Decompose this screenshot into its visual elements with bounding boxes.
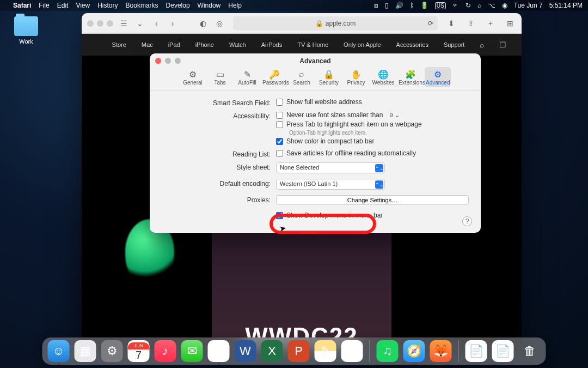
nav-tvhome[interactable]: TV & Home: [297, 41, 328, 48]
sync-icon[interactable]: ↻: [465, 2, 471, 9]
dock-slack[interactable]: #: [341, 340, 363, 362]
spotlight-icon[interactable]: ⌕: [477, 2, 481, 9]
dock-launchpad[interactable]: ▦: [75, 340, 96, 362]
tab-autofill[interactable]: ✎AutoFill: [234, 67, 260, 87]
press-tab-checkbox[interactable]: Press Tab to highlight each item on a we…: [276, 120, 469, 128]
proxies-label: Proxies:: [162, 195, 276, 204]
globe-icon: 🌐: [371, 69, 395, 80]
new-tab-icon[interactable]: ＋: [485, 17, 497, 29]
help-button[interactable]: ?: [462, 216, 472, 226]
battery-icon[interactable]: 🔋: [420, 2, 428, 9]
minimize-icon[interactable]: [165, 58, 171, 64]
dock: ☺ ▦ ⚙ JUN7 ♪ ✉ ◉ W X P ✎ # ♫ 🧭 🦊 📄 📄 🗑: [42, 337, 546, 365]
tab-privacy[interactable]: ✋Privacy: [343, 67, 369, 87]
nav-airpods[interactable]: AirPods: [261, 41, 283, 48]
phone-icon[interactable]: ▯: [385, 2, 389, 9]
menu-develop[interactable]: Develop: [166, 2, 190, 9]
input-source[interactable]: US: [435, 2, 446, 9]
dock-calendar[interactable]: JUN7: [128, 340, 150, 362]
safari-traffic-lights[interactable]: [87, 20, 113, 27]
dock-word[interactable]: W: [235, 340, 256, 362]
dock-safari[interactable]: 🧭: [403, 340, 425, 362]
gear-icon: ⚙: [181, 69, 205, 80]
bag-icon[interactable]: ☐: [499, 40, 506, 49]
back-button[interactable]: ‹: [150, 17, 162, 29]
forward-button[interactable]: ›: [167, 17, 179, 29]
dock-notes[interactable]: ✎: [315, 340, 336, 362]
dock-messages[interactable]: ✉: [181, 340, 203, 362]
dock-document-2[interactable]: 📄: [492, 340, 514, 362]
menu-view[interactable]: View: [76, 2, 90, 9]
menu-bookmarks[interactable]: Bookmarks: [126, 2, 158, 9]
dropbox-icon[interactable]: ⧈: [374, 2, 378, 9]
tab-passwords[interactable]: 🔑Passwords: [261, 67, 287, 87]
tab-search[interactable]: ⌕Search: [289, 67, 315, 87]
show-full-address-checkbox[interactable]: Show full website address: [276, 98, 469, 106]
wifi-icon[interactable]: ᯤ: [452, 2, 459, 9]
dock-powerpoint[interactable]: P: [288, 340, 310, 362]
encoding-label: Default encoding:: [162, 179, 276, 188]
tab-general[interactable]: ⚙General: [180, 67, 206, 87]
search-icon[interactable]: ⌕: [480, 40, 484, 49]
menu-history[interactable]: History: [97, 2, 118, 9]
tab-tabs[interactable]: ▭Tabs: [207, 67, 233, 87]
nav-accessories[interactable]: Accessories: [396, 41, 428, 48]
nav-only[interactable]: Only on Apple: [344, 41, 381, 48]
tab-extensions[interactable]: 🧩Extensions: [397, 67, 424, 87]
nav-store[interactable]: Store: [112, 41, 126, 48]
share-icon[interactable]: ⇪: [465, 17, 477, 29]
reader-icon[interactable]: ◎: [213, 17, 225, 29]
option-tab-hint: Option-Tab highlights each item.: [289, 130, 469, 136]
menu-help[interactable]: Help: [228, 2, 242, 9]
dock-firefox[interactable]: 🦊: [430, 340, 452, 362]
dock-document-1[interactable]: 📄: [465, 340, 487, 362]
menu-edit[interactable]: Edit: [57, 2, 69, 9]
dock-spotify[interactable]: ♫: [377, 340, 399, 362]
stylesheet-select[interactable]: None Selected⌃⌄: [276, 162, 385, 173]
tab-security[interactable]: 🔒Security: [316, 67, 342, 87]
dock-excel[interactable]: X: [261, 340, 283, 362]
volume-icon[interactable]: 🔊: [395, 2, 403, 9]
show-color-checkbox[interactable]: Show color in compact tab bar: [276, 137, 469, 145]
sidebar-button[interactable]: ☰: [118, 17, 130, 29]
smart-search-label: Smart Search Field:: [162, 98, 276, 107]
dock-chrome[interactable]: ◉: [208, 340, 230, 362]
nav-mac[interactable]: Mac: [142, 41, 153, 48]
menubar-time[interactable]: 5:51:14 PM: [549, 2, 583, 9]
control-center-icon[interactable]: ⌥: [488, 2, 495, 9]
tab-websites[interactable]: 🌐Websites: [370, 67, 396, 87]
shield-icon[interactable]: ◐: [197, 17, 209, 29]
desktop-folder-work[interactable]: Work: [11, 16, 41, 45]
nav-support[interactable]: Support: [444, 41, 465, 48]
dock-settings[interactable]: ⚙: [101, 340, 123, 362]
encoding-select[interactable]: Western (ISO Latin 1)⌃⌄: [276, 179, 385, 190]
bluetooth-icon[interactable]: ᛒ: [410, 2, 414, 9]
close-icon[interactable]: [155, 58, 161, 64]
font-size-select[interactable]: 9 ⌄: [389, 112, 406, 119]
change-settings-button[interactable]: Change Settings…: [276, 195, 469, 205]
tab-advanced[interactable]: ⚙Advanced: [425, 67, 451, 87]
siri-icon[interactable]: ◉: [502, 2, 507, 9]
prefs-traffic-lights[interactable]: [155, 58, 181, 64]
dock-finder[interactable]: ☺: [48, 340, 70, 362]
menubar-date[interactable]: Tue Jun 7: [514, 2, 543, 9]
show-develop-checkbox[interactable]: Show Develop menu in menu bar: [276, 212, 469, 219]
stylesheet-label: Style sheet:: [162, 162, 276, 171]
app-name[interactable]: Safari: [13, 2, 31, 9]
tabs-icon[interactable]: ⊞: [504, 17, 516, 29]
save-offline-checkbox[interactable]: Save articles for offline reading automa…: [276, 149, 469, 157]
reload-icon[interactable]: ⟳: [428, 20, 433, 27]
dock-music[interactable]: ♪: [155, 340, 176, 362]
menu-window[interactable]: Window: [198, 2, 221, 9]
downloads-icon[interactable]: ⬇: [445, 17, 457, 29]
url-text: apple.com: [326, 20, 356, 27]
nav-ipad[interactable]: iPad: [168, 41, 180, 48]
nav-watch[interactable]: Watch: [229, 41, 246, 48]
zoom-icon[interactable]: [175, 58, 181, 64]
never-font-checkbox[interactable]: Never use font sizes smaller than9 ⌄: [276, 111, 469, 119]
address-bar[interactable]: 🔒 apple.com ⟳: [233, 16, 438, 31]
menu-file[interactable]: File: [39, 2, 49, 9]
chevron-down-icon[interactable]: ⌄: [134, 17, 146, 29]
nav-iphone[interactable]: iPhone: [195, 41, 214, 48]
dock-trash[interactable]: 🗑: [519, 340, 541, 362]
